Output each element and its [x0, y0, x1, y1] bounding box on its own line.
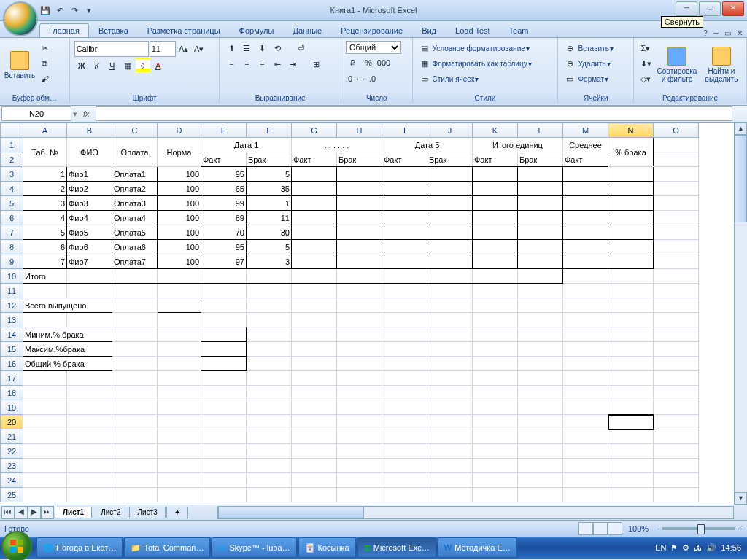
- cell-M1[interactable]: Среднее: [563, 138, 608, 152]
- cell-K1[interactable]: Итого единиц: [473, 138, 563, 152]
- cell-E7[interactable]: 70: [201, 225, 247, 240]
- row-header-4[interactable]: 4: [1, 182, 23, 196]
- cell-L25[interactable]: [518, 488, 563, 502]
- cell-M8[interactable]: [563, 240, 608, 254]
- cell-O4[interactable]: [654, 182, 699, 196]
- row-header-2[interactable]: 2: [1, 152, 23, 167]
- cell-I15[interactable]: [382, 342, 427, 357]
- cell-H20[interactable]: [337, 415, 382, 429]
- cell-G9[interactable]: [292, 254, 337, 269]
- cell-L17[interactable]: [518, 371, 563, 386]
- cell-E13[interactable]: [201, 313, 247, 327]
- cell-F17[interactable]: [247, 371, 292, 386]
- tray-icon[interactable]: ⚙: [682, 543, 689, 553]
- cell-F24[interactable]: [247, 473, 292, 488]
- col-header-K[interactable]: K: [473, 123, 518, 138]
- cell-K24[interactable]: [473, 473, 518, 488]
- cell-L4[interactable]: [518, 182, 563, 196]
- cell-K16[interactable]: [473, 357, 518, 371]
- align-center-icon[interactable]: ≡: [239, 57, 254, 71]
- name-box[interactable]: N20: [1, 106, 71, 121]
- cell-L8[interactable]: [518, 240, 563, 254]
- cell-K11[interactable]: [473, 284, 518, 298]
- cell-I10[interactable]: [382, 269, 427, 284]
- cell-N4[interactable]: [608, 182, 654, 196]
- align-bottom-icon[interactable]: ⬇: [255, 41, 269, 55]
- row-header-3[interactable]: 3: [1, 167, 23, 182]
- cell-B25[interactable]: [67, 488, 112, 502]
- cell-K7[interactable]: [473, 225, 518, 240]
- cell-J6[interactable]: [427, 211, 473, 225]
- sheet-tab-2[interactable]: Лист2: [93, 507, 128, 518]
- cell-K6[interactable]: [473, 211, 518, 225]
- cell-H15[interactable]: [337, 342, 382, 357]
- row-header-16[interactable]: 16: [1, 357, 23, 371]
- row-header-23[interactable]: 23: [1, 459, 23, 473]
- row-header-18[interactable]: 18: [1, 386, 23, 400]
- cell-I21[interactable]: [382, 429, 427, 444]
- cell-C22[interactable]: [112, 444, 158, 459]
- cell-K10[interactable]: [473, 269, 518, 284]
- cell-D9[interactable]: 100: [158, 254, 201, 269]
- cell-O22[interactable]: [654, 444, 699, 459]
- col-header-E[interactable]: E: [201, 123, 247, 138]
- cell-M22[interactable]: [563, 444, 608, 459]
- cell-H14[interactable]: [337, 327, 382, 342]
- row-header-17[interactable]: 17: [1, 371, 23, 386]
- sheet-tab-1[interactable]: Лист1: [55, 507, 92, 518]
- bold-button[interactable]: Ж: [74, 58, 89, 73]
- cell-B5[interactable]: Фио3: [67, 196, 112, 211]
- taskbar-item[interactable]: ⓈSkype™ - luba…: [212, 537, 296, 558]
- cell-H21[interactable]: [337, 429, 382, 444]
- cell-B20[interactable]: [67, 415, 112, 429]
- align-right-icon[interactable]: ≡: [255, 57, 269, 71]
- tab-home[interactable]: Главная: [39, 23, 89, 37]
- fill-icon[interactable]: ⬇▾: [638, 56, 653, 71]
- cell-M13[interactable]: [563, 313, 608, 327]
- percent-icon[interactable]: %: [361, 55, 376, 70]
- row-header-5[interactable]: 5: [1, 196, 23, 211]
- cell-N14[interactable]: [608, 327, 654, 342]
- cell-E20[interactable]: [201, 415, 247, 429]
- cell-J14[interactable]: [427, 327, 473, 342]
- cell-H11[interactable]: [337, 284, 382, 298]
- cell-E3[interactable]: 95: [201, 167, 247, 182]
- sheet-tab-new[interactable]: ✦: [166, 507, 188, 518]
- cell-O18[interactable]: [654, 386, 699, 400]
- row-header-11[interactable]: 11: [1, 284, 23, 298]
- cell-N11[interactable]: [608, 284, 654, 298]
- doc-minimize-icon[interactable]: ─: [713, 29, 719, 37]
- cell-C17[interactable]: [112, 371, 158, 386]
- sheet-nav-first[interactable]: ⏮: [1, 506, 15, 519]
- cell-L22[interactable]: [518, 444, 563, 459]
- cell-L5[interactable]: [518, 196, 563, 211]
- zoom-in-icon[interactable]: +: [738, 524, 743, 533]
- wrap-text-icon[interactable]: ⏎: [285, 41, 316, 55]
- cell-M2[interactable]: Факт: [563, 152, 608, 167]
- cell-I24[interactable]: [382, 473, 427, 488]
- cell-G5[interactable]: [292, 196, 337, 211]
- cell-L9[interactable]: [518, 254, 563, 269]
- cell-K25[interactable]: [473, 488, 518, 502]
- cell-N15[interactable]: [608, 342, 654, 357]
- maximize-button[interactable]: ▭: [699, 1, 721, 16]
- cell-L14[interactable]: [518, 327, 563, 342]
- doc-close-icon[interactable]: ✕: [737, 29, 743, 37]
- cell-D21[interactable]: [158, 429, 201, 444]
- cell-L19[interactable]: [518, 400, 563, 415]
- cell-M9[interactable]: [563, 254, 608, 269]
- cell-E9[interactable]: 97: [201, 254, 247, 269]
- cell-I22[interactable]: [382, 444, 427, 459]
- cell-E15[interactable]: [201, 342, 247, 357]
- col-header-M[interactable]: M: [563, 123, 608, 138]
- cell-C21[interactable]: [112, 429, 158, 444]
- cell-N10[interactable]: [608, 269, 654, 284]
- cell-H8[interactable]: [337, 240, 382, 254]
- cell-C19[interactable]: [112, 400, 158, 415]
- cell-C9[interactable]: Оплата7: [112, 254, 158, 269]
- cell-J11[interactable]: [427, 284, 473, 298]
- cell-M18[interactable]: [563, 386, 608, 400]
- cell-H3[interactable]: [337, 167, 382, 182]
- cut-icon[interactable]: ✂: [37, 41, 52, 55]
- cell-B24[interactable]: [67, 473, 112, 488]
